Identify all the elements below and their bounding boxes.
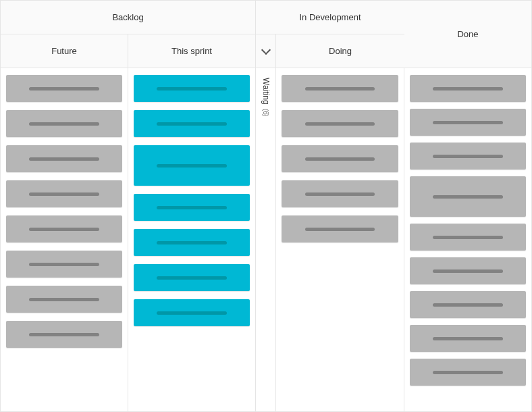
kanban-card[interactable] [410,75,526,102]
kanban-card[interactable] [6,251,122,278]
card-content-placeholder [157,164,226,168]
kanban-card[interactable] [282,215,398,242]
card-content-placeholder [433,236,502,239]
card-content-placeholder [157,122,226,126]
card-content-placeholder [433,155,502,158]
column-doing[interactable] [276,68,404,411]
card-content-placeholder [29,298,99,301]
card-content-placeholder [305,122,375,126]
column-waiting-collapsed[interactable]: Waiting 6 [256,68,276,411]
card-content-placeholder [29,157,99,161]
kanban-card[interactable] [6,321,122,348]
card-content-placeholder [433,121,502,124]
kanban-card[interactable] [6,215,122,242]
kanban-card[interactable] [134,299,250,326]
kanban-card[interactable] [134,110,250,137]
card-content-placeholder [29,228,99,231]
card-content-placeholder [157,206,226,209]
header-left-group: Backlog In Development Future This sprin… [1,1,404,68]
card-content-placeholder [29,263,99,266]
column-future[interactable] [1,68,128,411]
collapse-waiting-toggle[interactable] [256,34,276,68]
kanban-card[interactable] [282,110,398,137]
card-content-placeholder [433,371,502,374]
header-backlog: Backlog [1,1,256,34]
kanban-card[interactable] [410,176,526,217]
board-columns: Waiting 6 [1,68,531,411]
kanban-card[interactable] [134,229,250,256]
kanban-card[interactable] [6,110,122,137]
card-content-placeholder [433,337,502,340]
card-content-placeholder [305,87,375,91]
kanban-card[interactable] [134,75,250,102]
card-content-placeholder [157,311,226,315]
kanban-card[interactable] [410,224,526,251]
waiting-label: Waiting [261,78,271,105]
kanban-card[interactable] [410,143,526,170]
card-content-placeholder [29,333,99,336]
kanban-board: Backlog In Development Future This sprin… [0,0,532,412]
kanban-card[interactable] [134,264,250,291]
kanban-card[interactable] [6,286,122,313]
kanban-card[interactable] [282,145,398,172]
header-this-sprint[interactable]: This sprint [128,34,256,68]
card-content-placeholder [305,192,375,196]
kanban-card[interactable] [410,257,526,284]
header-future[interactable]: Future [1,34,128,68]
board-header: Backlog In Development Future This sprin… [1,1,531,68]
card-content-placeholder [29,192,99,196]
kanban-card[interactable] [282,180,398,207]
card-content-placeholder [305,157,375,161]
kanban-card[interactable] [6,75,122,102]
card-content-placeholder [157,276,226,280]
header-doing[interactable]: Doing [276,34,404,68]
header-done: Done [404,1,531,68]
kanban-card[interactable] [6,145,122,172]
kanban-card[interactable] [410,325,526,352]
card-content-placeholder [157,241,226,244]
column-this-sprint[interactable] [128,68,256,411]
kanban-card[interactable] [410,109,526,136]
card-content-placeholder [433,87,502,91]
card-content-placeholder [433,269,502,273]
card-content-placeholder [305,228,375,231]
kanban-card[interactable] [410,359,526,386]
card-content-placeholder [433,195,502,199]
header-in-development: In Development [256,1,404,34]
kanban-card[interactable] [6,180,122,207]
column-done[interactable] [404,68,531,411]
card-content-placeholder [29,122,99,126]
card-content-placeholder [157,87,226,91]
kanban-card[interactable] [134,194,250,221]
waiting-count: 6 [262,109,269,117]
card-content-placeholder [433,303,502,307]
card-content-placeholder [29,87,99,91]
chevron-down-icon [261,45,270,54]
kanban-card[interactable] [282,75,398,102]
kanban-card[interactable] [410,291,526,318]
kanban-card[interactable] [134,145,250,186]
